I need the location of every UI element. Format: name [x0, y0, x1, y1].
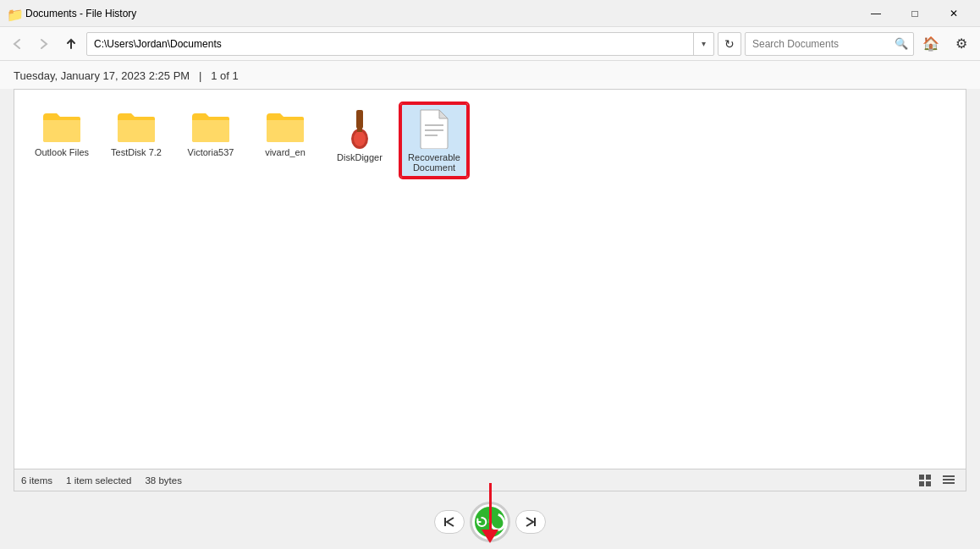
status-left: 6 items 1 item selected 38 bytes [21, 475, 182, 486]
svg-rect-0 [356, 110, 363, 129]
list-item[interactable]: Victoria537 [177, 103, 245, 178]
page-info: 1 of 1 [211, 69, 239, 82]
file-label: TestDisk 7.2 [111, 147, 162, 157]
document-icon [417, 108, 451, 149]
list-item[interactable]: Outlook Files [28, 103, 96, 178]
svg-rect-8 [926, 475, 931, 480]
refresh-button[interactable]: ↻ [718, 32, 741, 56]
back-button[interactable] [5, 32, 29, 56]
file-content: Outlook Files TestDisk 7.2 Victoria537 [14, 90, 966, 469]
svg-rect-13 [943, 482, 955, 484]
date-bar: Tuesday, January 17, 2023 2:25 PM | 1 of… [0, 61, 980, 89]
file-area: Outlook Files TestDisk 7.2 Victoria537 [14, 89, 966, 491]
selected-count: 1 item selected [66, 475, 131, 486]
up-button[interactable] [59, 32, 83, 56]
app-icon: 📁 [7, 7, 20, 20]
items-count: 6 items [21, 475, 52, 486]
address-input[interactable] [87, 38, 693, 50]
toolbar: ▾ ↻ 🔍 🏠 ⚙ [0, 27, 980, 61]
svg-point-2 [354, 131, 366, 146]
close-button[interactable]: ✕ [934, 0, 973, 27]
first-button[interactable] [434, 510, 465, 534]
file-label: Victoria537 [188, 147, 234, 157]
forward-button[interactable] [32, 32, 56, 56]
settings-button[interactable]: ⚙ [948, 32, 975, 56]
svg-rect-9 [919, 481, 924, 486]
large-icons-view-button[interactable] [915, 471, 935, 490]
title-bar: 📁 Documents - File History — □ ✕ [0, 0, 980, 27]
list-item[interactable]: TestDisk 7.2 [102, 103, 170, 178]
address-bar[interactable]: ▾ [86, 32, 714, 56]
diskdigger-icon [339, 108, 380, 149]
file-size: 38 bytes [145, 475, 181, 486]
search-input[interactable] [746, 38, 889, 50]
svg-rect-7 [919, 475, 924, 480]
svg-rect-3 [357, 127, 362, 132]
maximize-button[interactable]: □ [895, 0, 934, 27]
home-button[interactable]: 🏠 [917, 32, 944, 56]
file-label: DiskDigger [337, 152, 383, 162]
search-bar[interactable]: 🔍 [745, 32, 914, 56]
file-label: Recoverable Document [404, 152, 465, 173]
svg-rect-10 [926, 481, 931, 486]
folder-icon [116, 108, 157, 144]
window-title: Documents - File History [25, 8, 856, 19]
details-view-button[interactable] [939, 471, 959, 490]
file-label: Outlook Files [35, 147, 89, 157]
folder-icon [190, 108, 231, 144]
svg-rect-12 [943, 479, 955, 480]
date-separator: | [193, 69, 211, 82]
address-dropdown-button[interactable]: ▾ [693, 32, 713, 56]
search-button[interactable]: 🔍 [889, 32, 913, 56]
minimize-button[interactable]: — [856, 0, 895, 27]
view-controls [915, 471, 959, 490]
list-item[interactable]: vivard_en [251, 103, 319, 178]
red-arrow [482, 483, 498, 543]
folder-icon [265, 108, 306, 144]
window-controls: — □ ✕ [856, 0, 973, 27]
arrow-head [482, 530, 498, 543]
date-text: Tuesday, January 17, 2023 2:25 PM [14, 69, 190, 82]
bottom-navigation [0, 491, 980, 549]
list-item[interactable]: Recoverable Document [400, 103, 468, 178]
folder-icon [41, 108, 82, 144]
list-item[interactable]: DiskDigger [326, 103, 394, 178]
file-label: vivard_en [265, 147, 306, 157]
arrow-shaft [489, 483, 492, 530]
svg-rect-11 [943, 475, 955, 477]
last-button[interactable] [515, 510, 546, 534]
